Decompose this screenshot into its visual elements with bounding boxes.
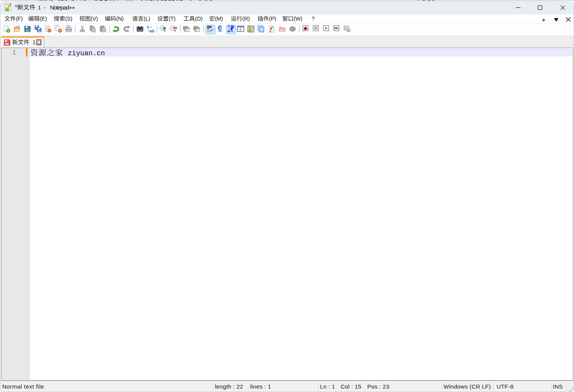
svg-text:UTF-8: UTF-8 bbox=[497, 383, 513, 390]
svg-text:(E): (E) bbox=[40, 16, 47, 22]
svg-text:1: 1 bbox=[32, 39, 35, 45]
svg-text:ab: ab bbox=[150, 29, 154, 33]
svg-text:(M): (M) bbox=[215, 16, 223, 22]
svg-text:(W): (W) bbox=[294, 16, 302, 22]
svg-text:?: ? bbox=[312, 16, 315, 22]
svg-text:(S): (S) bbox=[65, 16, 72, 22]
svg-text:length : 22: length : 22 bbox=[215, 383, 243, 390]
svg-text:(O): (O) bbox=[195, 16, 203, 22]
svg-text:(R): (R) bbox=[242, 16, 250, 22]
svg-text:1: 1 bbox=[12, 49, 16, 56]
svg-text:Ln : 1: Ln : 1 bbox=[320, 383, 335, 390]
svg-text:INS: INS bbox=[553, 383, 563, 390]
svg-text:(V): (V) bbox=[91, 16, 98, 22]
svg-text:Windows (CR LF): Windows (CR LF) bbox=[444, 383, 491, 390]
svg-text:(N): (N) bbox=[116, 16, 124, 22]
svg-text:lines : 1: lines : 1 bbox=[250, 383, 271, 390]
svg-text:(L): (L) bbox=[144, 16, 150, 22]
svg-text:(P): (P) bbox=[269, 16, 276, 22]
svg-text:h: h bbox=[147, 25, 149, 29]
svg-text:Col : 15: Col : 15 bbox=[341, 383, 361, 390]
svg-text:(F): (F) bbox=[16, 16, 23, 22]
svg-text:ziyuan.cn: ziyuan.cn bbox=[68, 50, 105, 57]
svg-text:Normal text file: Normal text file bbox=[2, 383, 44, 390]
svg-text:Pos : 23: Pos : 23 bbox=[367, 383, 389, 390]
svg-text:(T): (T) bbox=[169, 16, 175, 22]
